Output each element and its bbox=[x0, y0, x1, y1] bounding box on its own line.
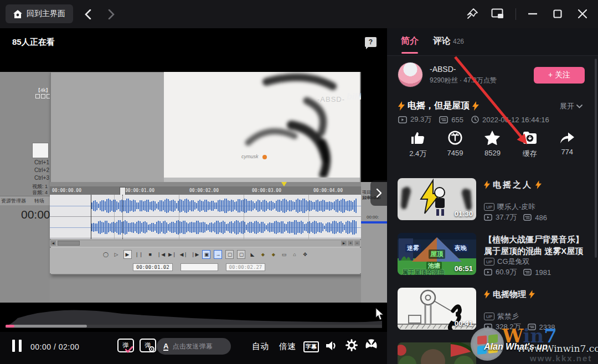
list-item-title-text: 电摇物理 bbox=[493, 288, 526, 300]
coin-button[interactable]: 7459 bbox=[440, 131, 471, 159]
list-item-uploader[interactable]: UP CG是兔双 bbox=[484, 257, 530, 267]
maximize-button[interactable] bbox=[548, 6, 567, 22]
miniplayer-icon[interactable] bbox=[488, 6, 507, 22]
thumb-label-mist: 迷雾 bbox=[405, 244, 421, 252]
titlebar: 回到主界面 bbox=[0, 0, 598, 28]
cache-button[interactable]: 缓存 bbox=[514, 131, 545, 159]
subtitle-button[interactable]: 字幕 bbox=[303, 341, 319, 352]
minimize-button[interactable] bbox=[523, 6, 542, 22]
list-item-views: 60.9万 bbox=[496, 267, 517, 277]
coin-count: 7459 bbox=[447, 149, 463, 157]
settings-button[interactable] bbox=[346, 339, 358, 351]
danmaku-toggle-button[interactable]: 弹 bbox=[117, 339, 134, 352]
list-item-title[interactable]: 电摇物理 bbox=[484, 288, 589, 300]
follow-button[interactable]: + 关注 bbox=[534, 67, 585, 84]
share-count: 774 bbox=[561, 148, 573, 156]
video-thumbnail[interactable] bbox=[398, 342, 476, 364]
clock-icon bbox=[471, 116, 479, 123]
volume-button[interactable] bbox=[325, 340, 337, 352]
pause-icon: ❘❘ bbox=[135, 251, 143, 258]
power-icon: ◯ bbox=[102, 251, 110, 258]
list-item-title[interactable]: Alan What's up bbox=[484, 342, 548, 352]
envelope-tool-icon: → bbox=[214, 250, 222, 259]
video-thumbnail[interactable]: 00:41 bbox=[398, 288, 476, 330]
credit-orange-dot bbox=[262, 155, 267, 159]
tab-active-underline bbox=[401, 52, 418, 54]
audio-track-2 bbox=[50, 217, 361, 238]
marker-bar bbox=[50, 182, 361, 186]
progress-buffer bbox=[6, 325, 87, 327]
list-item-stats: 328.2万 2338 bbox=[484, 322, 555, 332]
favorite-button[interactable]: 8529 bbox=[477, 131, 508, 159]
lightning-icon bbox=[529, 290, 535, 299]
video-content: 【4k】 Ctrl+1 Ctrl+2 Ctrl+3 视频: 1 音频: 4 资源… bbox=[0, 72, 387, 303]
quality-button[interactable]: 自动 bbox=[252, 341, 269, 352]
comment-icon: ▭ bbox=[280, 251, 287, 258]
list-item-title[interactable]: 【植物大战僵尸背景音乐】属于屋顶的混曲 迷雾X屋顶X... bbox=[484, 233, 589, 257]
ruler-tick: 00:00:01.00 bbox=[125, 188, 154, 193]
video-thumbnail[interactable]: 01:30 bbox=[398, 178, 476, 220]
danmaku-settings-button[interactable]: 弹 bbox=[140, 339, 156, 352]
duration-badge: 00:41 bbox=[455, 319, 473, 327]
sidebar-tabbar: 简介 评论 426 bbox=[387, 28, 598, 56]
tab-comments[interactable]: 评论 bbox=[433, 35, 451, 47]
mirror-mode-button[interactable] bbox=[365, 339, 378, 352]
pause-button[interactable] bbox=[12, 340, 22, 352]
list-item-views: 37.7万 bbox=[496, 212, 517, 222]
shortcut-3: Ctrl+3 bbox=[34, 175, 49, 181]
coin-icon bbox=[448, 131, 462, 145]
close-button[interactable] bbox=[573, 6, 592, 22]
sidebar: 简介 评论 426 -ABSD- 9290粉丝 · 47.2万点赞 + 关注 电… bbox=[387, 28, 598, 364]
expand-label: 展开 bbox=[560, 101, 574, 111]
pin-icon[interactable] bbox=[463, 6, 482, 22]
like-button[interactable]: 2.4万 bbox=[403, 131, 434, 159]
list-item-title[interactable]: 电摇之人 bbox=[484, 179, 589, 190]
timeline-tracks bbox=[50, 195, 361, 239]
back-button[interactable] bbox=[80, 7, 96, 22]
video-stats-row: 29.3万 655 2022-06-12 16:44:16 bbox=[398, 115, 549, 124]
duration-badge: 01:30 bbox=[455, 210, 473, 218]
lightning-icon bbox=[398, 101, 405, 111]
waveform-track-2 bbox=[91, 217, 360, 238]
video-player[interactable]: 85人正在看 ? 【4k】 Ctrl+1 Ctrl+2 Ctrl+3 视频: 1… bbox=[0, 28, 387, 364]
collapse-sidebar-handle[interactable] bbox=[370, 180, 387, 206]
audio-track-1 bbox=[50, 195, 361, 217]
uploader-watermark: -ABSD- bbox=[317, 95, 345, 103]
uploader-name[interactable]: -ABSD- bbox=[430, 65, 456, 74]
lightning-icon bbox=[484, 180, 490, 189]
uploader-avatar[interactable] bbox=[398, 62, 423, 87]
shortcut-1: Ctrl+1 bbox=[34, 159, 49, 165]
home-button-label: 回到主界面 bbox=[27, 9, 65, 19]
transport-time-fields: 00:00:01.02 00:00:02.27 bbox=[50, 261, 361, 273]
expand-button[interactable]: 展开 bbox=[560, 101, 582, 111]
lightning-icon bbox=[484, 290, 490, 299]
selection-time-field: 00:00:02.27 bbox=[226, 263, 266, 271]
list-item-stats: 60.9万 1981 bbox=[484, 267, 551, 277]
forward-button[interactable] bbox=[104, 7, 119, 22]
tab-transition: 转场 bbox=[34, 197, 44, 205]
up-badge-icon: UP bbox=[484, 203, 494, 211]
danmaku-count-icon bbox=[523, 214, 532, 221]
sidebar-scrollbar[interactable] bbox=[595, 59, 597, 258]
up-badge-icon: UP bbox=[484, 313, 494, 320]
danmaku-style-icon[interactable]: A bbox=[163, 342, 168, 351]
danmaku-count-icon bbox=[439, 116, 448, 123]
clip-start-line bbox=[91, 195, 91, 239]
danmaku-placeholder: 点击发送弹幕 bbox=[172, 342, 212, 351]
ruler-tick: 00:00:02.00 bbox=[189, 188, 219, 193]
video-thumbnail[interactable]: 迷雾 夜晚 屋顶 池塘 属于屋顶的混曲 06:51 bbox=[398, 233, 476, 275]
clip-thumb-squares bbox=[35, 94, 51, 98]
tab-intro[interactable]: 简介 bbox=[401, 35, 419, 47]
list-item-uploader[interactable]: UP 嘤乐人-皮咔 bbox=[484, 202, 535, 212]
up-badge-icon: UP bbox=[484, 258, 494, 266]
list-item-uploader[interactable]: UP 紫禁彡 bbox=[484, 311, 519, 321]
danmaku-count: 655 bbox=[451, 116, 463, 124]
home-icon bbox=[13, 10, 22, 18]
speed-button[interactable]: 倍速 bbox=[279, 341, 296, 352]
play-count-icon bbox=[484, 324, 492, 330]
back-to-main-button[interactable]: 回到主界面 bbox=[6, 4, 73, 23]
like-count: 2.4万 bbox=[409, 149, 426, 159]
share-button[interactable]: 774 bbox=[551, 131, 582, 159]
loop-play-icon: ▷ bbox=[113, 251, 120, 258]
danmaku-input[interactable]: A 点击发送弹幕 bbox=[157, 338, 231, 355]
